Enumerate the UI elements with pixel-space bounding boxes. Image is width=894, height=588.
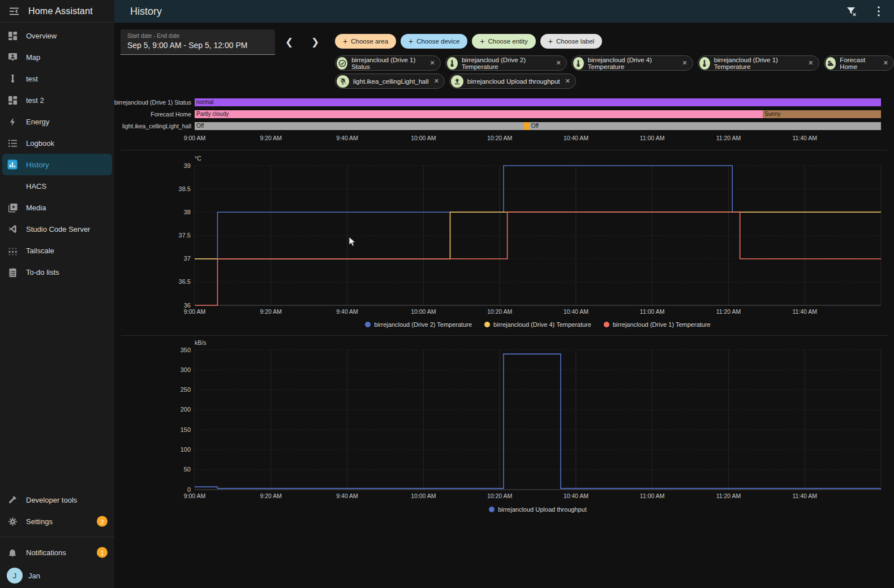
chip-label: birrejancloud (Drive 2) Temperature <box>462 57 551 70</box>
tailscale-dots-icon <box>7 245 18 256</box>
close-icon[interactable]: ✕ <box>883 59 888 67</box>
sidebar-item-test-2[interactable]: test 2 <box>0 89 114 111</box>
app: Home Assistant Overview Map test test 2 … <box>0 0 894 588</box>
close-icon[interactable]: ✕ <box>682 59 687 67</box>
entity-chip-drive2-temperature[interactable]: birrejancloud (Drive 2) Temperature ✕ <box>445 55 567 71</box>
sidebar-item-studio-code-server[interactable]: Studio Code Server <box>0 218 114 240</box>
choose-area-chip[interactable]: +Choose area <box>335 34 396 49</box>
entity-chip-drive1-status[interactable]: birrejancloud (Drive 1) Status ✕ <box>335 55 441 71</box>
main-content: History Start date - End date Sep 5, 9:0… <box>114 0 894 588</box>
choose-entity-chip[interactable]: +Choose entity <box>472 34 536 49</box>
sidebar-item-test[interactable]: test <box>0 68 114 89</box>
x-axis-tick-label: 11:00 AM <box>640 492 665 499</box>
legend-item-drive1-temperature[interactable]: birrejancloud (Drive 1) Temperature <box>604 321 711 328</box>
sidebar-item-tailscale[interactable]: Tailscale <box>0 240 114 261</box>
plus-icon: + <box>343 37 347 46</box>
x-axis-tick-label: 11:40 AM <box>792 308 817 315</box>
timeline-axis-tick: 11:20 AM <box>716 135 741 141</box>
legend-item-upload-throughput[interactable]: birrejancloud Upload throughput <box>489 506 587 513</box>
entity-chip-forecast-home[interactable]: Forecast Home ✕ <box>824 55 894 71</box>
kebab-menu-icon[interactable] <box>872 5 885 18</box>
sidebar-item-label: Energy <box>26 118 49 126</box>
x-axis-tick-label: 10:00 AM <box>411 492 436 499</box>
chip-label: birrejancloud (Drive 1) Temperature <box>714 57 803 70</box>
sidebar-item-logbook[interactable]: Logbook <box>0 132 114 154</box>
entity-chip-drive4-temperature[interactable]: birrejancloud (Drive 4) Temperature ✕ <box>571 55 693 71</box>
close-icon[interactable]: ✕ <box>565 77 570 85</box>
close-icon[interactable]: ✕ <box>556 59 561 67</box>
timeline-segment[interactable]: Sunny <box>763 110 881 118</box>
sidebar-item-settings[interactable]: Settings 2 <box>0 511 114 532</box>
chip-label: light.ikea_cellingLight_hall <box>353 78 429 85</box>
lightbulb-off-icon <box>337 75 349 88</box>
timeline-segment[interactable]: normal <box>195 98 881 106</box>
legend-label: birrejancloud Upload throughput <box>498 506 587 513</box>
date-range-picker[interactable]: Start date - End date Sep 5, 9:00 AM - S… <box>121 29 275 55</box>
sidebar-item-todo-lists[interactable]: To-do lists <box>0 261 114 283</box>
sidebar-item-history[interactable]: History <box>2 154 112 175</box>
entity-chip-ikea-ceiling-light[interactable]: light.ikea_cellingLight_hall ✕ <box>335 74 445 89</box>
section-divider <box>121 335 887 336</box>
sidebar-item-label: Settings <box>26 517 53 526</box>
y-axis-unit-label: kB/s <box>195 339 206 346</box>
chip-label: Choose area <box>351 38 388 45</box>
previous-period-button[interactable]: ❮ <box>282 35 296 49</box>
date-range-label: Start date - End date <box>127 33 268 39</box>
sidebar-item-hacs[interactable]: HACS <box>0 175 114 197</box>
x-axis-tick-label: 9:00 AM <box>184 492 206 499</box>
temperature-chart[interactable]: 3636.53737.53838.5399:00 AM9:20 AM9:40 A… <box>114 153 894 322</box>
timeline-segment[interactable]: Off <box>530 122 881 130</box>
timeline-row-label: Forecast Home <box>114 110 191 118</box>
choose-device-chip[interactable]: +Choose device <box>401 34 467 49</box>
entity-chip-drive1-temperature[interactable]: birrejancloud (Drive 1) Temperature ✕ <box>698 55 819 71</box>
legend-item-drive2-temperature[interactable]: birrejancloud (Drive 2) Temperature <box>365 321 472 328</box>
sidebar-item-profile[interactable]: J Jan <box>0 563 114 588</box>
choose-label-chip[interactable]: +Choose label <box>540 34 602 49</box>
legend-item-drive4-temperature[interactable]: birrejancloud (Drive 4) Temperature <box>484 321 591 328</box>
filter-remove-icon[interactable] <box>845 5 858 18</box>
sidebar-item-label: Developer tools <box>26 496 77 504</box>
map-account-icon <box>7 51 18 63</box>
app-title: Home Assistant <box>28 6 93 16</box>
sidebar-item-label: Map <box>26 53 40 62</box>
sidebar-item-notifications[interactable]: Notifications 1 <box>0 542 114 563</box>
plus-icon: + <box>409 37 413 46</box>
sidebar-item-developer-tools[interactable]: Developer tools <box>0 489 114 511</box>
sidebar-item-map[interactable]: Map <box>0 46 114 68</box>
sidebar-item-energy[interactable]: Energy <box>0 111 114 132</box>
timeline-segment[interactable] <box>524 122 529 130</box>
sidebar-item-label: HACS <box>26 182 46 191</box>
x-axis-tick-label: 10:20 AM <box>487 492 512 499</box>
section-divider <box>121 150 887 150</box>
sidebar-item-label: Logbook <box>26 139 54 148</box>
close-icon[interactable]: ✕ <box>808 59 813 67</box>
close-icon[interactable]: ✕ <box>430 59 435 67</box>
sidebar-item-media[interactable]: Media <box>0 197 114 218</box>
sidebar-item-overview[interactable]: Overview <box>0 25 114 46</box>
legend-label: birrejancloud (Drive 2) Temperature <box>374 321 472 328</box>
hammer-icon <box>7 494 18 505</box>
throughput-legend: birrejancloud Upload throughput <box>195 506 881 513</box>
sidebar-item-label: Media <box>26 204 46 212</box>
upload-icon <box>451 75 463 88</box>
sidebar-toggle-icon[interactable] <box>8 5 20 18</box>
chip-label: birrejancloud Upload throughput <box>467 78 560 85</box>
settings-badge: 2 <box>97 516 108 527</box>
throughput-chart[interactable]: 0501001502002503003509:00 AM9:20 AM9:40 … <box>114 339 894 504</box>
timeline-segment[interactable]: Off <box>195 122 524 130</box>
next-period-button[interactable]: ❯ <box>308 35 322 49</box>
user-name: Jan <box>28 572 40 580</box>
entity-chip-upload-throughput[interactable]: birrejancloud Upload throughput ✕ <box>449 74 576 89</box>
timeline-segment[interactable]: Partly cloudy <box>195 110 763 118</box>
bell-icon <box>7 547 18 558</box>
sidebar-header: Home Assistant <box>0 0 114 23</box>
app-header: History <box>114 0 894 23</box>
close-icon[interactable]: ✕ <box>434 77 439 85</box>
x-axis-tick-label: 9:40 AM <box>336 492 358 499</box>
timeline-bar: Off Off <box>195 122 881 130</box>
sidebar-item-label: test 2 <box>26 96 44 105</box>
x-axis-tick-label: 11:20 AM <box>716 308 741 315</box>
chip-label: Choose device <box>416 38 459 45</box>
chip-label: Choose entity <box>488 38 528 45</box>
legend-dot <box>489 507 495 512</box>
